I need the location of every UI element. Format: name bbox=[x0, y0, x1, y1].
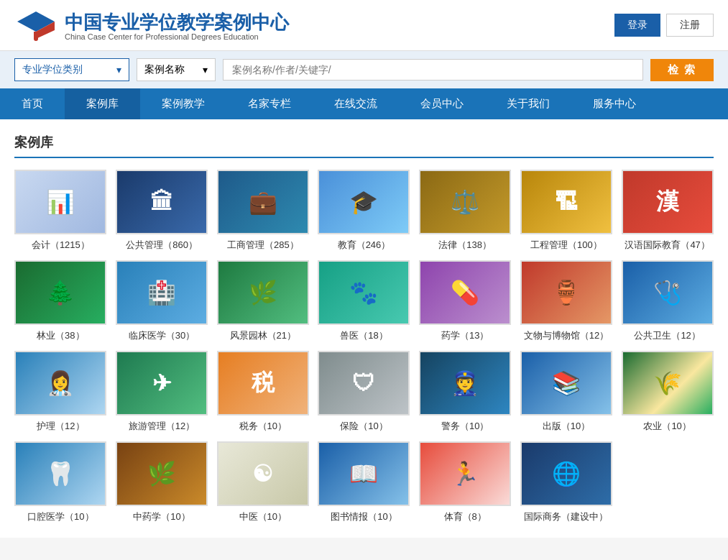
category-label: 护理（12） bbox=[37, 420, 84, 433]
svg-point-3 bbox=[34, 37, 38, 41]
search-button[interactable]: 检 索 bbox=[650, 59, 714, 81]
category-label: 警务（10） bbox=[441, 420, 489, 433]
category-item[interactable]: 漢汉语国际教育（47） bbox=[621, 170, 714, 252]
register-button[interactable]: 注册 bbox=[666, 14, 714, 37]
category-image: 🏛 bbox=[116, 170, 208, 234]
search-input[interactable] bbox=[223, 59, 643, 81]
category-item[interactable]: 👮警务（10） bbox=[419, 351, 512, 433]
header-buttons: 登录 注册 bbox=[614, 14, 714, 37]
category-item[interactable]: 💼工商管理（285） bbox=[216, 170, 309, 252]
nav-item-7[interactable]: 服务中心 bbox=[571, 88, 658, 119]
chevron-down-icon: ▾ bbox=[203, 64, 208, 75]
category-item[interactable]: ⚖️法律（138） bbox=[419, 170, 512, 252]
category-image: 🏃 bbox=[419, 441, 511, 506]
category-item[interactable]: ☯中医（10） bbox=[216, 441, 309, 523]
category-label: 会计（1215） bbox=[32, 239, 90, 252]
category-item[interactable]: 🌿中药学（10） bbox=[116, 441, 208, 523]
category-item[interactable]: 🏗工程管理（100） bbox=[520, 170, 613, 252]
category-image: 💼 bbox=[217, 170, 309, 234]
category-item[interactable]: 🌾农业（10） bbox=[621, 351, 714, 433]
category-grid: 📊会计（1215）🏛公共管理（860）💼工商管理（285）🎓教育（246）⚖️法… bbox=[14, 170, 714, 523]
category-label: 工商管理（285） bbox=[227, 239, 299, 252]
category-item[interactable]: 🎓教育（246） bbox=[318, 170, 410, 252]
section-title: 案例库 bbox=[14, 134, 714, 158]
category-label: 工程管理（100） bbox=[530, 239, 602, 252]
category-label: 税务（10） bbox=[239, 420, 287, 433]
nav-item-0[interactable]: 首页 bbox=[0, 88, 65, 119]
category-image: 🌿 bbox=[217, 260, 309, 325]
category-image: 👮 bbox=[419, 351, 511, 416]
category-label: 汉语国际教育（47） bbox=[625, 239, 709, 252]
search-type-dropdown[interactable]: 案例名称 ▾ bbox=[137, 58, 216, 81]
nav-item-2[interactable]: 案例教学 bbox=[140, 88, 226, 119]
category-item[interactable]: 🛡保险（10） bbox=[318, 351, 410, 433]
category-label: 保险（10） bbox=[340, 420, 387, 433]
category-item[interactable]: 🌲林业（38） bbox=[14, 260, 107, 342]
category-image: ⚖️ bbox=[419, 170, 511, 234]
nav-item-3[interactable]: 名家专栏 bbox=[226, 88, 313, 119]
category-image: 🛡 bbox=[318, 351, 410, 416]
login-button[interactable]: 登录 bbox=[614, 14, 660, 37]
category-label: 国际商务（建设中） bbox=[524, 510, 608, 523]
category-item[interactable]: 📖图书情报（10） bbox=[318, 441, 410, 523]
category-image: 🏗 bbox=[520, 170, 612, 234]
category-label: 出版（10） bbox=[543, 420, 590, 433]
nav-item-5[interactable]: 会员中心 bbox=[399, 88, 485, 119]
category-label: 药学（13） bbox=[441, 329, 489, 342]
category-label: 教育（246） bbox=[338, 239, 391, 252]
nav-item-1[interactable]: 案例库 bbox=[65, 88, 140, 119]
category-image: 🦷 bbox=[14, 441, 106, 506]
category-item[interactable]: 🩺公共卫生（12） bbox=[621, 260, 714, 342]
category-image: 🌾 bbox=[622, 351, 714, 416]
category-image: 💊 bbox=[419, 260, 511, 325]
category-dropdown[interactable]: 专业学位类别 ▾ bbox=[14, 58, 129, 81]
category-item[interactable]: ✈旅游管理（12） bbox=[116, 351, 208, 433]
category-item[interactable]: 🌿风景园林（21） bbox=[216, 260, 309, 342]
logo-area: 中国专业学位教学案例中心 China Case Center for Profe… bbox=[14, 7, 289, 43]
category-image: 税 bbox=[217, 351, 309, 416]
category-label: 法律（138） bbox=[438, 239, 492, 252]
category-label: 旅游管理（12） bbox=[129, 420, 195, 433]
category-item[interactable]: 👩‍⚕️护理（12） bbox=[14, 351, 107, 433]
category-item[interactable]: 🦷口腔医学（10） bbox=[14, 441, 107, 523]
search-bar: 专业学位类别 ▾ 案例名称 ▾ 检 索 bbox=[0, 51, 728, 88]
category-label: 口腔医学（10） bbox=[27, 510, 93, 523]
category-item[interactable]: 🐾兽医（18） bbox=[318, 260, 410, 342]
category-label: 公共管理（860） bbox=[126, 239, 198, 252]
category-item[interactable]: 税税务（10） bbox=[216, 351, 309, 433]
category-image: 📊 bbox=[14, 170, 106, 234]
category-image: 🏺 bbox=[520, 260, 612, 325]
category-image: 👩‍⚕️ bbox=[14, 351, 106, 416]
category-item[interactable]: 📊会计（1215） bbox=[14, 170, 107, 252]
category-label: 中医（10） bbox=[239, 510, 287, 523]
category-label: 临床医学（30） bbox=[129, 329, 195, 342]
logo-icon bbox=[14, 7, 57, 43]
category-item[interactable]: 🏥临床医学（30） bbox=[116, 260, 208, 342]
category-item[interactable]: 💊药学（13） bbox=[419, 260, 512, 342]
category-image: 🌿 bbox=[116, 441, 208, 506]
category-item[interactable]: 🏛公共管理（860） bbox=[116, 170, 208, 252]
category-label: 公共卫生（12） bbox=[634, 329, 700, 342]
category-item[interactable]: 🌐国际商务（建设中） bbox=[520, 441, 613, 523]
category-image: 🐾 bbox=[318, 260, 410, 325]
category-image: 🌲 bbox=[14, 260, 106, 325]
nav-item-6[interactable]: 关于我们 bbox=[485, 88, 571, 119]
nav-item-4[interactable]: 在线交流 bbox=[313, 88, 399, 119]
category-item[interactable]: 🏺文物与博物馆（12） bbox=[520, 260, 613, 342]
category-image: 🏥 bbox=[116, 260, 208, 325]
category-image: 🩺 bbox=[622, 260, 714, 325]
header: 中国专业学位教学案例中心 China Case Center for Profe… bbox=[0, 0, 728, 51]
category-label: 林业（38） bbox=[37, 329, 84, 342]
category-image: ☯ bbox=[217, 441, 309, 506]
main-nav: 首页案例库案例教学名家专栏在线交流会员中心关于我们服务中心 bbox=[0, 88, 728, 119]
logo-cn: 中国专业学位教学案例中心 bbox=[65, 12, 289, 33]
category-image: 🎓 bbox=[318, 170, 410, 234]
category-image: ✈ bbox=[116, 351, 208, 416]
chevron-down-icon: ▾ bbox=[116, 64, 121, 75]
category-image: 漢 bbox=[622, 170, 714, 234]
category-item[interactable]: 📚出版（10） bbox=[520, 351, 613, 433]
category-label: 体育（8） bbox=[444, 510, 487, 523]
category-label: 农业（10） bbox=[643, 420, 691, 433]
category-image: 📚 bbox=[520, 351, 612, 416]
category-item[interactable]: 🏃体育（8） bbox=[419, 441, 512, 523]
